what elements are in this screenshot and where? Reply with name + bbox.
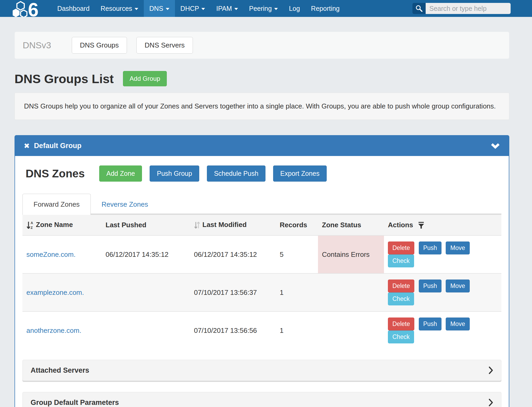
push-button[interactable]: Push bbox=[419, 242, 441, 254]
tab-reverse-zones[interactable]: Reverse Zones bbox=[91, 194, 159, 215]
col-header-last-pushed: Last Pushed bbox=[102, 215, 190, 235]
last-pushed-cell bbox=[102, 273, 190, 311]
zones-table: A Z Zone Name Last Pushed Last Modified bbox=[22, 215, 501, 349]
col-header-zone-name[interactable]: A Z Zone Name bbox=[22, 215, 102, 235]
search-icon bbox=[415, 5, 423, 12]
move-button[interactable]: Move bbox=[446, 242, 469, 254]
page: 6 Dashboard Resources DNS DHCP IPAM Peer… bbox=[0, 0, 532, 407]
col-header-last-modified[interactable]: Last Modified bbox=[190, 215, 276, 235]
dns-groups-button[interactable]: DNS Groups bbox=[72, 37, 127, 54]
zone-status-cell bbox=[318, 311, 384, 349]
delete-button[interactable]: Delete bbox=[388, 242, 414, 254]
col-header-zone-status: Zone Status bbox=[318, 215, 384, 235]
check-button[interactable]: Check bbox=[388, 292, 414, 305]
chevron-right-icon bbox=[488, 366, 493, 374]
nav-label: IPAM bbox=[216, 5, 232, 12]
caret-down-icon bbox=[166, 8, 169, 10]
last-modified-cell: 07/10/2017 13:56:37 bbox=[190, 273, 276, 311]
dns-section-bar: DNSv3 DNS Groups DNS Servers bbox=[15, 32, 509, 59]
nav-label: Resources bbox=[101, 5, 132, 12]
delete-button[interactable]: Delete bbox=[388, 280, 414, 292]
svg-text:6: 6 bbox=[28, 0, 39, 17]
remove-group-icon[interactable]: ✖ bbox=[24, 142, 30, 150]
zone-link[interactable]: examplezone.com. bbox=[26, 288, 84, 296]
search-input[interactable] bbox=[426, 3, 511, 14]
accordion-title: Group Default Parameters bbox=[31, 399, 119, 407]
push-button[interactable]: Push bbox=[419, 318, 441, 330]
add-zone-button[interactable]: Add Zone bbox=[99, 165, 142, 182]
col-label: Zone Status bbox=[322, 221, 361, 229]
push-group-button[interactable]: Push Group bbox=[150, 165, 199, 182]
group-title: Default Group bbox=[34, 142, 82, 150]
last-modified-cell: 06/12/2017 14:35:12 bbox=[190, 235, 276, 273]
zone-status-cell bbox=[318, 273, 384, 311]
check-button[interactable]: Check bbox=[388, 330, 414, 343]
nav-item-ipam[interactable]: IPAM bbox=[211, 0, 243, 17]
last-pushed-cell bbox=[102, 311, 190, 349]
description-well: DNS Groups help you to organize all of y… bbox=[15, 93, 509, 120]
nav-item-log[interactable]: Log bbox=[283, 0, 306, 17]
nav-label: DHCP bbox=[180, 5, 199, 12]
main-menu: Dashboard Resources DNS DHCP IPAM Peerin… bbox=[52, 0, 345, 17]
zone-link[interactable]: someZone.com. bbox=[26, 250, 75, 258]
dns-zones-heading: DNS Zones bbox=[22, 167, 85, 180]
nav-item-resources[interactable]: Resources bbox=[95, 0, 144, 17]
brand-logo[interactable]: 6 bbox=[13, 0, 44, 17]
table-row: examplezone.com. 07/10/2017 13:56:37 1 D… bbox=[22, 273, 501, 311]
records-cell: 1 bbox=[276, 273, 318, 311]
nav-label: Peering bbox=[249, 5, 272, 12]
accordion-title: Attached Servers bbox=[31, 366, 89, 375]
col-label: Zone Name bbox=[36, 221, 73, 229]
global-search bbox=[412, 3, 511, 14]
move-button[interactable]: Move bbox=[446, 280, 469, 292]
caret-down-icon bbox=[274, 8, 278, 10]
hexagons-logo-icon: 6 bbox=[13, 0, 44, 17]
chevron-right-icon bbox=[488, 399, 493, 406]
col-label: Actions bbox=[388, 221, 413, 229]
delete-button[interactable]: Delete bbox=[388, 318, 414, 330]
check-button[interactable]: Check bbox=[388, 254, 414, 267]
push-button[interactable]: Push bbox=[419, 280, 441, 292]
records-cell: 5 bbox=[276, 235, 318, 273]
zone-tabs: Forward Zones Reverse Zones bbox=[22, 194, 501, 215]
actions-cell: Delete Push Move Check bbox=[384, 235, 501, 273]
group-panel-header[interactable]: ✖ Default Group bbox=[15, 136, 509, 156]
accordion-group-default-parameters[interactable]: Group Default Parameters bbox=[22, 392, 501, 407]
dns-servers-button[interactable]: DNS Servers bbox=[136, 37, 193, 54]
col-header-actions: Actions bbox=[384, 215, 501, 235]
sort-updown-icon bbox=[194, 221, 200, 229]
nav-label: Log bbox=[289, 5, 300, 12]
svg-text:Z: Z bbox=[31, 226, 33, 229]
nav-item-peering[interactable]: Peering bbox=[244, 0, 283, 17]
collapse-chevron-down-icon[interactable] bbox=[491, 143, 500, 149]
schedule-push-button[interactable]: Schedule Push bbox=[207, 165, 265, 182]
svg-text:A: A bbox=[31, 221, 33, 225]
col-label: Last Modified bbox=[202, 221, 247, 229]
table-row: anotherzone.com. 07/10/2017 13:56:56 1 D… bbox=[22, 311, 501, 349]
col-label: Records bbox=[280, 221, 307, 229]
search-button[interactable] bbox=[412, 3, 426, 14]
caret-down-icon bbox=[234, 8, 238, 10]
nav-item-dns[interactable]: DNS bbox=[144, 0, 175, 17]
zone-status-badge: Contains Errors bbox=[318, 235, 384, 273]
nav-label: Dashboard bbox=[57, 5, 89, 12]
accordion-attached-servers[interactable]: Attached Servers bbox=[22, 360, 501, 381]
filter-icon[interactable] bbox=[418, 221, 425, 229]
add-group-button[interactable]: Add Group bbox=[123, 71, 167, 86]
nav-item-dashboard[interactable]: Dashboard bbox=[52, 0, 95, 17]
section-title: DNSv3 bbox=[23, 40, 51, 50]
export-zones-button[interactable]: Export Zones bbox=[273, 165, 327, 182]
last-modified-cell: 07/10/2017 13:56:56 bbox=[190, 311, 276, 349]
col-header-records: Records bbox=[276, 215, 318, 235]
page-title: DNS Groups List bbox=[15, 72, 114, 86]
last-pushed-cell: 06/12/2017 14:35:12 bbox=[102, 235, 190, 273]
table-row: someZone.com. 06/12/2017 14:35:12 06/12/… bbox=[22, 235, 501, 273]
caret-down-icon bbox=[201, 8, 205, 10]
zone-link[interactable]: anotherzone.com. bbox=[26, 326, 81, 334]
nav-item-dhcp[interactable]: DHCP bbox=[175, 0, 211, 17]
sort-alpha-asc-icon: A Z bbox=[26, 221, 34, 229]
tab-forward-zones[interactable]: Forward Zones bbox=[22, 194, 91, 215]
move-button[interactable]: Move bbox=[446, 318, 469, 330]
nav-item-reporting[interactable]: Reporting bbox=[306, 0, 345, 17]
actions-cell: Delete Push Move Check bbox=[384, 311, 501, 349]
